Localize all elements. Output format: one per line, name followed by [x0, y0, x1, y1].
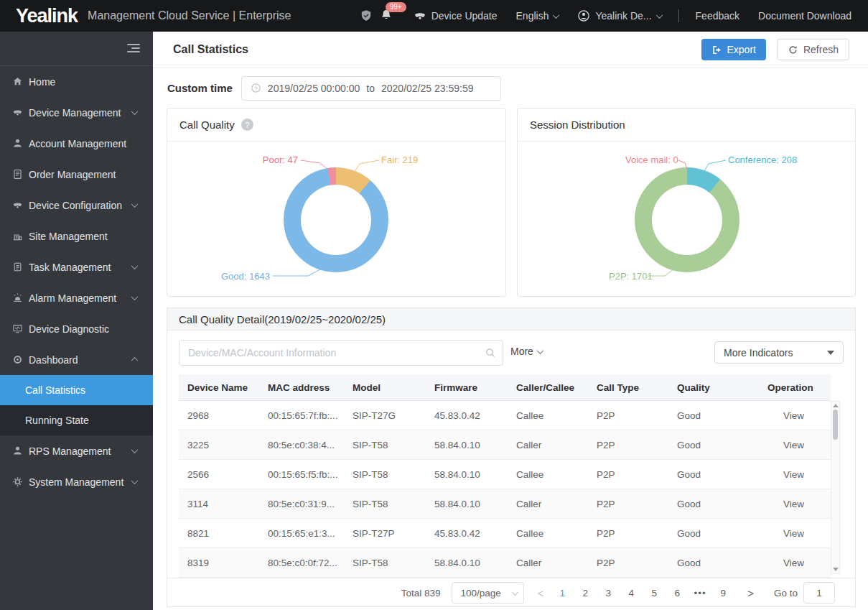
page-size-select[interactable]: 100/page [452, 582, 524, 604]
phone-icon [414, 9, 426, 22]
sidebar-item-alarm-management[interactable]: Alarm Management [0, 282, 153, 313]
page-numbers: 123456•••9 [551, 588, 734, 599]
view-link[interactable]: View [783, 440, 804, 450]
cell: 00:15:65:7f:fb:... [259, 410, 344, 421]
chevron-down-icon [553, 11, 560, 19]
sidebar-item-running-state[interactable]: Running State [0, 405, 153, 435]
scroll-down-icon[interactable] [833, 568, 839, 571]
order-icon [12, 169, 24, 180]
scroll-up-icon[interactable] [833, 404, 839, 407]
sidebar-item-home[interactable]: Home [0, 66, 153, 97]
sidebar-item-label: Device Management [29, 107, 121, 119]
sidebar-item-label: Order Management [29, 169, 116, 180]
cell: 58.84.0.10 [426, 558, 508, 568]
language-selector[interactable]: English [516, 10, 559, 22]
view-link[interactable]: View [783, 528, 804, 539]
language-label: English [516, 10, 549, 22]
table-scrollbar [831, 401, 840, 574]
alarm-icon [12, 292, 24, 304]
page-number[interactable]: 9 [715, 588, 731, 599]
export-button[interactable]: Export [701, 39, 766, 60]
view-link[interactable]: View [783, 469, 804, 480]
detail-controls: More More Indicators [167, 331, 855, 374]
column-header: Call Type [588, 382, 668, 393]
collapse-menu-icon[interactable] [127, 44, 140, 55]
sidebar-item-device-diagnostic[interactable]: Device Diagnostic [0, 313, 153, 344]
page-number[interactable]: 5 [646, 588, 662, 599]
sidebar-item-system-management[interactable]: System Management [0, 466, 153, 497]
sidebar-item-order-management[interactable]: Order Management [0, 159, 153, 190]
chevron-down-icon [131, 477, 139, 484]
sidebar-item-account-management[interactable]: Account Management [0, 128, 153, 159]
sidebar-item-task-management[interactable]: Task Management [0, 251, 153, 282]
title-bar: Call Statistics Export Refresh [153, 32, 868, 68]
cell: P2P [588, 440, 668, 450]
clock-icon [251, 83, 261, 93]
scrollbar-thumb[interactable] [833, 410, 838, 440]
call-quality-donut [284, 167, 388, 272]
session-distribution-donut [635, 167, 739, 272]
shield-icon[interactable] [360, 9, 373, 22]
cell: P2P [588, 558, 668, 568]
refresh-icon [788, 45, 798, 55]
cell: 80:5e:c0:38:4... [259, 440, 344, 450]
page-number[interactable]: 2 [577, 588, 593, 599]
view-link[interactable]: View [783, 558, 804, 568]
sidebar-item-label: Device Diagnostic [29, 323, 109, 335]
more-indicators-select[interactable]: More Indicators [714, 341, 844, 364]
prev-page-button[interactable]: < [530, 587, 551, 599]
table-row: 256600:15:65:f5:fb:...SIP-T5858.84.0.10C… [179, 460, 831, 489]
search-icon[interactable] [485, 347, 496, 359]
sidebar-item-label: Alarm Management [29, 292, 116, 304]
goto-page-input[interactable] [803, 582, 835, 604]
voice-mail-label: Voice mail: 0 [625, 154, 676, 165]
page-number[interactable]: 1 [554, 588, 570, 599]
page-number[interactable]: 4 [623, 588, 639, 599]
chevron-down-icon [655, 11, 663, 19]
time-range-input[interactable]: 2019/02/25 00:00:00 to 2020/02/25 23:59:… [241, 76, 501, 101]
more-filters-button[interactable]: More [510, 346, 543, 357]
sidebar-item-device-management[interactable]: Device Management [0, 97, 153, 128]
top-header: Yealink Management Cloud Service | Enter… [0, 0, 868, 32]
table-row: 311480:5e:c0:31:9...SIP-T5858.84.0.10Cal… [179, 489, 831, 519]
sidebar-item-label: Device Configuration [29, 200, 122, 211]
cell: 8319 [179, 558, 259, 568]
notifications-button[interactable]: 99+ [380, 9, 393, 24]
column-header: Caller/Callee [508, 382, 588, 393]
help-icon[interactable]: ? [241, 119, 253, 131]
view-link[interactable]: View [783, 410, 804, 421]
cell: Caller [508, 440, 588, 450]
account-menu[interactable]: Yealink De... [577, 9, 661, 22]
sidebar-item-label: Site Management [29, 231, 108, 242]
sidebar-item-label: Task Management [29, 262, 111, 273]
phone-icon [12, 200, 24, 211]
search-input[interactable] [179, 340, 503, 366]
chevron-down-icon [536, 347, 543, 354]
cell: 00:15:65:f5:fb:... [259, 469, 344, 480]
cell: SIP-T58 [344, 499, 426, 509]
page-number[interactable]: 6 [669, 588, 685, 599]
call-quality-table: Device NameMAC addressModelFirmwareCalle… [179, 374, 831, 578]
feedback-link[interactable]: Feedback [696, 10, 739, 22]
column-header: Device Name [179, 382, 259, 393]
cell: Good [668, 558, 759, 568]
view-link[interactable]: View [783, 499, 804, 509]
document-download-link[interactable]: Document Download [758, 10, 851, 22]
chevron-down-icon [131, 108, 139, 115]
sidebar-item-device-configuration[interactable]: Device Configuration [0, 190, 153, 221]
p2p-label: P2P: 1701 [609, 271, 653, 282]
fair-label: Fair: 219 [381, 154, 418, 165]
sidebar-item-call-statistics[interactable]: Call Statistics [0, 375, 153, 405]
sidebar-item-site-management[interactable]: Site Management [0, 221, 153, 251]
time-to-word: to [366, 83, 375, 94]
sidebar-item-rps-management[interactable]: RPS Management [0, 435, 153, 466]
sidebar-item-dashboard[interactable]: Dashboard [0, 344, 153, 375]
yealink-logo: Yealink [16, 5, 78, 27]
next-page-button[interactable]: > [740, 587, 761, 599]
device-update-button[interactable]: Device Update [414, 9, 498, 22]
refresh-button[interactable]: Refresh [777, 39, 849, 60]
session-distribution-title: Session Distribution [530, 119, 625, 131]
sidebar: HomeDevice ManagementAccount ManagementO… [0, 32, 153, 610]
main-content: Call Statistics Export Refresh Custom ti… [153, 32, 868, 610]
page-number[interactable]: 3 [600, 588, 616, 599]
